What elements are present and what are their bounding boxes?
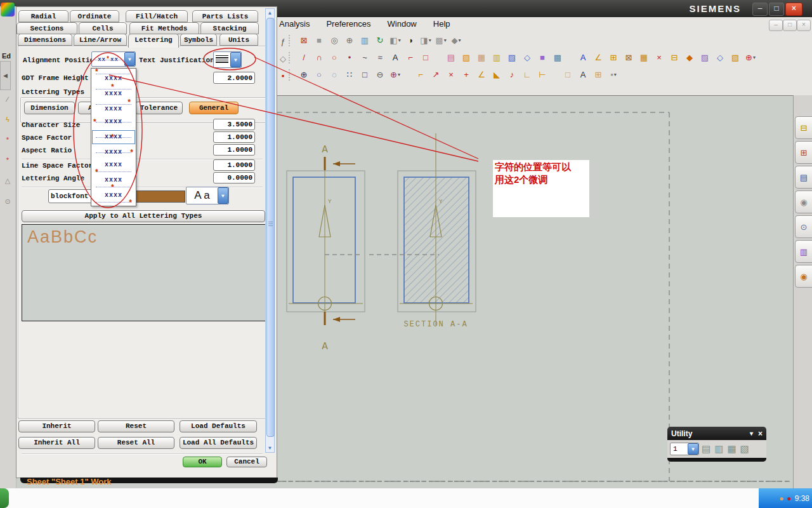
leader-icon[interactable]: ↗ — [429, 69, 443, 81]
left-view-part[interactable] — [293, 177, 355, 303]
tab-stacking[interactable]: Stacking — [200, 22, 259, 34]
tray-security-icon[interactable]: ● — [787, 494, 791, 503]
blend-icon[interactable]: ○ — [312, 69, 326, 81]
close-icon[interactable]: × — [785, 3, 802, 16]
type-general-button[interactable]: General — [189, 102, 239, 114]
mdi-minimize-button[interactable]: – — [769, 20, 783, 31]
align-option-middle-center[interactable]: xxxx* — [91, 130, 136, 145]
point-constructor-icon[interactable]: ⊕ — [297, 69, 311, 81]
tab-sections[interactable]: Sections — [16, 22, 77, 34]
note-icon[interactable]: A — [576, 51, 590, 64]
utility-close-icon[interactable]: × — [758, 429, 763, 438]
render-style-icon[interactable]: ◨ — [419, 34, 433, 46]
point-icon[interactable]: • — [343, 51, 357, 64]
collapse-arrow-icon[interactable]: ◀ — [0, 61, 11, 90]
unite-icon[interactable]: ◇ — [520, 51, 534, 64]
align-option-top-left[interactable]: xxxx* — [91, 69, 136, 84]
spline-icon[interactable]: ~ — [358, 51, 372, 64]
text-edit-icon[interactable]: A — [576, 69, 590, 81]
image-icon[interactable]: ▨ — [698, 51, 712, 64]
align-option-top-right[interactable]: xxxx* — [91, 99, 136, 114]
strip-tool-icon[interactable]: * — [6, 156, 9, 164]
combo-caret-icon[interactable]: ▼ — [688, 443, 698, 455]
start-button-fragment[interactable] — [0, 488, 9, 508]
hidden-tool-icon[interactable]: ▪ — [276, 70, 290, 82]
inferred-dim-icon[interactable]: ⊞ — [606, 51, 620, 64]
delete-icon[interactable]: × — [444, 69, 458, 81]
align-option-middle-left[interactable]: xxxx* — [91, 114, 136, 130]
studio-spline-icon[interactable]: ≈ — [373, 51, 387, 64]
character-size-field[interactable] — [213, 119, 255, 130]
dot-icon[interactable]: ▪ — [606, 69, 620, 81]
sheet-icon[interactable]: □ — [358, 69, 372, 81]
pan-icon[interactable]: ▥ — [358, 34, 372, 46]
text-icon[interactable]: A — [388, 51, 402, 64]
fillet-icon[interactable]: ⌐ — [403, 51, 417, 64]
tab-ordinate[interactable]: Ordinate — [70, 10, 119, 22]
layer-settings-icon[interactable]: ▦ — [727, 443, 736, 455]
corner-tool-icon[interactable]: ◣ — [490, 69, 504, 81]
reset-button[interactable]: Reset — [98, 420, 174, 432]
tack-icon[interactable]: ⊢ — [535, 69, 549, 81]
ordinate-dim-icon[interactable]: ⊟ — [667, 51, 681, 64]
tab-cells[interactable]: Cells — [79, 22, 127, 34]
hole-icon[interactable]: ▦ — [475, 51, 488, 64]
menu-window[interactable]: Window — [388, 19, 417, 32]
part-navigator-tab[interactable]: ▤ — [795, 166, 812, 189]
align-option-middle-right[interactable]: xxxx* — [91, 145, 136, 160]
background-icon[interactable]: ▩ — [434, 34, 448, 46]
rotate-shade-icon[interactable]: ◑ — [403, 34, 417, 46]
edit-dim-icon[interactable]: ⌐ — [414, 69, 428, 81]
text-justification-combo[interactable]: ▼ — [213, 51, 242, 68]
angle-tool-icon[interactable]: ∠ — [475, 69, 488, 81]
strip-tool-icon[interactable]: ⊙ — [4, 197, 10, 206]
angular-dim-icon[interactable]: ∠ — [591, 51, 605, 64]
justification-combo-caret-icon[interactable]: ▼ — [230, 52, 241, 67]
palettes-tab[interactable]: ▥ — [795, 240, 812, 263]
scrollbar-thumb[interactable] — [266, 18, 275, 437]
line-icon[interactable]: / — [297, 51, 311, 64]
add-icon[interactable]: + — [459, 69, 473, 81]
dialog-scrollbar[interactable]: ▲ ▼ — [265, 8, 275, 453]
utility-title-bar[interactable]: Utility ▾ × — [667, 427, 766, 440]
left-view-outline[interactable] — [287, 171, 365, 312]
constraint-navigator-tab[interactable]: ⊞ — [795, 141, 812, 164]
layer-visible-icon[interactable]: ▧ — [740, 443, 749, 455]
shaded-display-icon[interactable]: ■ — [312, 34, 326, 46]
orient-view-icon[interactable]: ◧ — [388, 34, 402, 46]
fit-view-icon[interactable]: ⊠ — [297, 34, 311, 46]
trim-body-icon[interactable]: ▩ — [551, 51, 565, 64]
measure-icon[interactable]: ∷ — [343, 69, 357, 81]
grid-icon[interactable]: ⊞ — [591, 69, 605, 81]
line-space-factor-field[interactable] — [213, 159, 255, 171]
tab-symbols[interactable]: Symbols — [180, 34, 217, 46]
dashed-circle-icon[interactable]: ◌ — [327, 69, 341, 81]
reuse-library-tab[interactable]: ◉ — [795, 190, 812, 213]
inherit-all-button[interactable]: Inherit All — [18, 437, 95, 449]
jingle-icon[interactable]: ♪ — [505, 69, 519, 81]
alignment-position-combo[interactable]: xx*xx ▼ — [91, 51, 136, 67]
menu-analysis[interactable]: Analysis — [279, 19, 310, 32]
inherit-button[interactable]: Inherit — [18, 420, 95, 432]
type-tolerance-button[interactable]: Tolerance — [135, 102, 183, 114]
gdt-frame-height-field[interactable] — [213, 72, 255, 84]
view-3d-icon[interactable]: ◆ — [449, 34, 463, 46]
restore-button[interactable]: □ — [769, 3, 784, 16]
feature-control-icon[interactable]: ◆ — [683, 51, 697, 64]
zoom-in-out-icon[interactable]: ⊕ — [343, 34, 357, 46]
lettering-angle-field[interactable] — [213, 172, 255, 184]
hatch-icon[interactable]: ▧ — [728, 51, 742, 64]
roles-tab[interactable]: ◉ — [795, 265, 812, 288]
tab-fill-hatch[interactable]: Fill/Hatch — [126, 10, 188, 22]
load-defaults-button[interactable]: Load Defaults — [180, 420, 257, 432]
sketch-icon[interactable]: ▤ — [444, 51, 458, 64]
table-icon[interactable]: ▦ — [637, 51, 651, 64]
cylinder-icon[interactable]: ⊖ — [373, 69, 387, 81]
mdi-close-button[interactable]: × — [797, 20, 811, 31]
arc-icon[interactable]: ∩ — [312, 51, 326, 64]
tab-lettering[interactable]: Lettering — [128, 34, 179, 48]
centerline-icon[interactable]: ⊕ — [743, 51, 757, 64]
space-factor-field[interactable] — [213, 131, 255, 143]
refresh-icon[interactable]: ↻ — [373, 34, 387, 46]
type-dimension-button[interactable]: Dimension — [24, 102, 75, 114]
